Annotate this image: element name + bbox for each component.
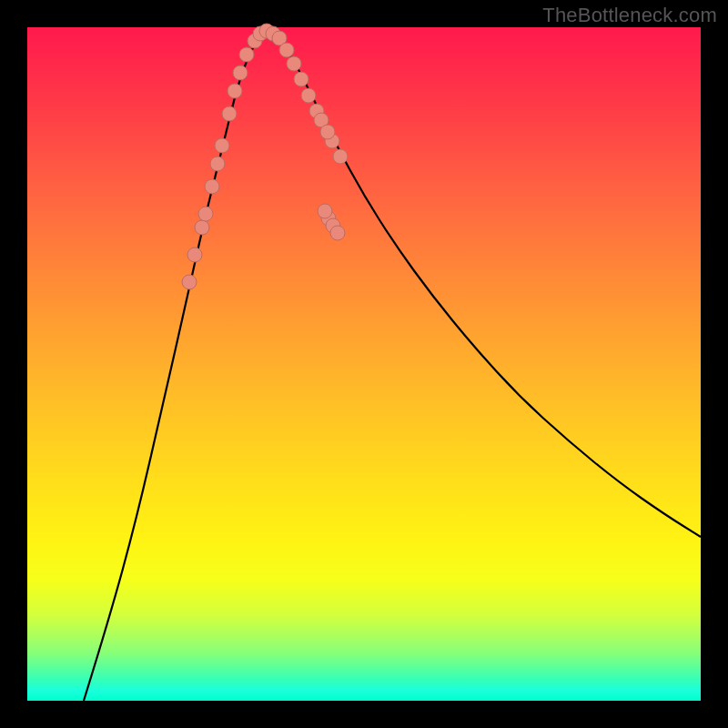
data-point — [333, 149, 348, 164]
data-point — [287, 56, 301, 71]
data-point — [182, 275, 197, 289]
data-point — [233, 66, 248, 80]
plot-area — [27, 27, 701, 701]
chart-frame: TheBottleneck.com — [0, 0, 728, 728]
data-point — [318, 204, 332, 218]
data-point — [228, 84, 242, 98]
data-point — [301, 88, 316, 103]
watermark-text: TheBottleneck.com — [542, 4, 717, 27]
data-point — [279, 43, 294, 57]
bottleneck-curve — [84, 35, 701, 701]
data-points — [182, 24, 348, 289]
data-point — [294, 72, 308, 86]
data-point — [320, 125, 335, 139]
data-point — [195, 220, 209, 235]
data-point — [215, 138, 229, 153]
data-point — [330, 226, 345, 240]
data-point — [239, 47, 254, 62]
data-point — [210, 157, 225, 171]
data-point — [222, 106, 237, 121]
chart-svg — [27, 27, 701, 701]
data-point — [187, 248, 202, 262]
data-point — [198, 207, 213, 221]
data-point — [205, 179, 219, 194]
